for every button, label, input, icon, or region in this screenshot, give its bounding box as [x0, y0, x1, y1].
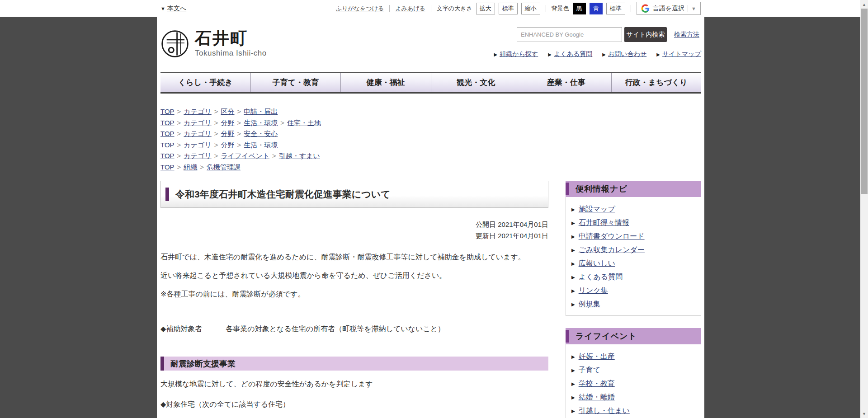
nav-item[interactable]: 子育て・教育	[250, 73, 341, 92]
sidebar-link[interactable]: 広報いしい	[579, 259, 615, 268]
quick-link[interactable]: ▶ サイトマップ	[656, 50, 701, 58]
sidebar-link-item[interactable]: ▶ 例規集	[571, 297, 701, 311]
skip-to-content-link[interactable]: ▼ 本文へ	[160, 5, 186, 13]
breadcrumb-link[interactable]: カテゴリ	[184, 108, 211, 115]
target-line: ◆補助対象者各事業の対象となる住宅の所有者（町税等を滞納していないこと）	[160, 324, 548, 334]
bg-blue-button[interactable]: 青	[590, 3, 603, 14]
scroll-thumb[interactable]	[861, 9, 868, 194]
sidebar-link[interactable]: 申請書ダウンロード	[579, 232, 645, 241]
target-text: 各事業の対象となる住宅の所有者（町税等を滞納していないこと）	[226, 325, 445, 333]
breadcrumb-link[interactable]: 組織	[184, 163, 197, 171]
breadcrumb-link[interactable]: カテゴリ	[184, 141, 211, 149]
breadcrumb-separator: >	[177, 108, 181, 115]
sidebar-link-item[interactable]: ▶ 石井町得々情報	[571, 216, 701, 230]
quick-link[interactable]: ▶ お問い合わせ	[602, 50, 646, 58]
breadcrumb-link[interactable]: 引越・すまい	[279, 152, 320, 160]
breadcrumb-link[interactable]: 区分	[221, 108, 235, 115]
sidebar-link-item[interactable]: ▶ 引越し・住まい	[571, 404, 701, 418]
font-standard-button[interactable]: 標準	[499, 3, 518, 14]
search-help-link[interactable]: 検索方法	[674, 31, 699, 39]
breadcrumb-link[interactable]: カテゴリ	[184, 119, 211, 127]
sidebar-link[interactable]: 妊娠・出産	[579, 352, 615, 362]
sidebar-link-item[interactable]: ▶ よくある質問	[571, 270, 701, 284]
sidebar: 便利情報ナビ ▶ 施設マップ ▶ 石井町得々情報 ▶	[566, 181, 701, 418]
sidebar-link[interactable]: 石井町得々情報	[579, 218, 629, 228]
nav-item[interactable]: 産業・仕事	[521, 73, 611, 92]
arrow-right-icon: ▶	[571, 288, 575, 293]
breadcrumb-link[interactable]: カテゴリ	[184, 152, 211, 160]
quick-link-label[interactable]: お問い合わせ	[608, 50, 646, 58]
sidebar-link[interactable]: ごみ収集カレンダー	[579, 245, 645, 255]
breadcrumb-link[interactable]: 安全・安心	[244, 130, 278, 137]
breadcrumb-link[interactable]: 申請・届出	[244, 108, 278, 115]
sidebar-link-item[interactable]: ▶ 施設マップ	[571, 202, 701, 216]
breadcrumb-link[interactable]: 生活・環境	[244, 119, 278, 127]
site-header: 石井町 Tokushima Ishii-cho サイト内検索 検索方法 ▶ 組織…	[160, 17, 701, 72]
bg-standard-button[interactable]: 標準	[606, 3, 625, 14]
sidebar-link-item[interactable]: ▶ リンク集	[571, 284, 701, 297]
sidebar-link[interactable]: 結婚・離婚	[579, 393, 615, 402]
sidebar-link-item[interactable]: ▶ 広報いしい	[571, 257, 701, 270]
site-logo[interactable]: 石井町 Tokushima Ishii-cho	[160, 29, 267, 58]
sidebar-link[interactable]: 施設マップ	[579, 205, 615, 214]
google-translate-widget[interactable]: 言語を選択 ▼	[637, 2, 701, 15]
nav-item[interactable]: 健康・福祉	[340, 73, 431, 92]
breadcrumb-trail: TOP>組織>危機管理課	[160, 162, 701, 173]
sidebar-link[interactable]: 例規集	[579, 300, 600, 309]
breadcrumb-link[interactable]: 住宅・土地	[287, 119, 321, 127]
arrow-right-icon: ▶	[548, 52, 552, 57]
section-header: 耐震診断支援事業	[160, 357, 548, 371]
breadcrumb-link[interactable]: TOP	[160, 130, 175, 137]
breadcrumb-link[interactable]: ライフイベント	[221, 152, 269, 160]
quick-link-label[interactable]: サイトマップ	[662, 50, 701, 58]
font-smaller-button[interactable]: 縮小	[521, 3, 540, 14]
breadcrumb-link[interactable]: 分野	[221, 141, 235, 149]
quick-link[interactable]: ▶ よくある質問	[548, 50, 592, 58]
sidebar-link-item[interactable]: ▶ ごみ収集カレンダー	[571, 243, 701, 257]
breadcrumb-link[interactable]: 生活・環境	[244, 141, 278, 149]
sidebar-link[interactable]: リンク集	[579, 286, 608, 296]
article-paragraph: 石井町では、木造住宅の耐震化を進めるために、耐震診断・耐震改修工事等に対して補助…	[160, 253, 548, 261]
breadcrumb-link[interactable]: 危機管理課	[207, 163, 241, 171]
breadcrumb-link[interactable]: TOP	[160, 152, 175, 160]
nav-item[interactable]: 行政・まちづくり	[611, 73, 702, 92]
breadcrumb-separator: >	[237, 141, 241, 149]
font-larger-button[interactable]: 拡大	[476, 3, 495, 14]
quick-link-label[interactable]: 組織から探す	[500, 50, 538, 58]
sidebar-link-item[interactable]: ▶ 結婚・離婚	[571, 390, 701, 404]
sidebar-link[interactable]: 子育て	[579, 366, 600, 375]
scroll-down-button[interactable]: ▼	[860, 410, 868, 418]
nav-item[interactable]: 観光・文化	[431, 73, 521, 92]
sidebar-link[interactable]: よくある質問	[579, 272, 623, 282]
arrow-right-icon: ▶	[571, 234, 575, 239]
quick-link[interactable]: ▶ 組織から探す	[494, 50, 538, 58]
skip-link-label[interactable]: 本文へ	[167, 5, 186, 13]
sidebar-link[interactable]: 引越し・住まい	[579, 406, 630, 416]
breadcrumb-link[interactable]: TOP	[160, 119, 175, 127]
site-search-input[interactable]	[517, 27, 622, 42]
breadcrumb-link[interactable]: カテゴリ	[184, 130, 211, 137]
arrow-right-icon: ▶	[571, 207, 575, 212]
breadcrumb-link[interactable]: TOP	[160, 108, 175, 115]
read-aloud-link[interactable]: よみあげる	[395, 5, 425, 13]
site-search-button[interactable]: サイト内検索	[624, 27, 667, 42]
breadcrumb-link[interactable]: TOP	[160, 163, 175, 171]
sidebar-link-item[interactable]: ▶ 学校・教育	[571, 377, 701, 390]
scroll-up-button[interactable]: ▲	[860, 0, 868, 8]
breadcrumb-link[interactable]: 分野	[221, 130, 235, 137]
sidebar-link-item[interactable]: ▶ 子育て	[571, 363, 701, 377]
furigana-link[interactable]: ふりがなをつける	[336, 5, 384, 13]
caret-down-icon: ▼	[691, 6, 696, 11]
breadcrumb-separator: >	[214, 141, 218, 149]
breadcrumb-link[interactable]: 分野	[221, 119, 235, 127]
nav-item[interactable]: くらし・手続き	[160, 73, 250, 92]
google-logo-icon	[641, 4, 650, 13]
sidebar-link-item[interactable]: ▶ 申請書ダウンロード	[571, 230, 701, 243]
sidebar-link[interactable]: 学校・教育	[579, 379, 615, 389]
quick-link-label[interactable]: よくある質問	[554, 50, 592, 58]
header-quick-links: ▶ 組織から探す ▶ よくある質問 ▶ お問い合わせ ▶ サイトマップ	[494, 50, 701, 58]
sidebar-link-item[interactable]: ▶ 妊娠・出産	[571, 350, 701, 363]
bg-black-button[interactable]: 黒	[573, 3, 586, 14]
scrollbar[interactable]: ▲ ▼	[860, 0, 868, 418]
breadcrumb-link[interactable]: TOP	[160, 141, 175, 149]
